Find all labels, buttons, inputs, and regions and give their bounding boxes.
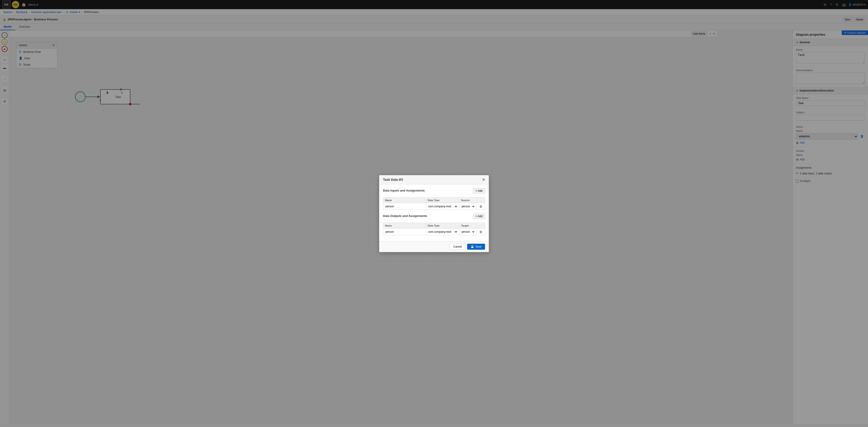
inputs-source-header: Source xyxy=(459,197,476,203)
modal-header: Task Data I/O ✕ xyxy=(379,175,489,184)
input-delete-button[interactable]: 🗑 xyxy=(479,205,483,208)
outputs-section-title: Data Outputs and Assignments xyxy=(383,214,427,218)
input-source-cell: person xyxy=(459,203,476,210)
input-datatype-select[interactable]: com.company.mod xyxy=(427,204,458,209)
output-datatype-cell: com.company.mod xyxy=(426,228,459,235)
modal-close-button[interactable]: ✕ xyxy=(482,178,485,182)
modal-footer: Cancel 💾 Save xyxy=(379,241,489,252)
modal-title: Task Data I/O xyxy=(383,178,403,181)
task-data-io-modal: Task Data I/O ✕ Data Inputs and Assignme… xyxy=(379,175,489,252)
inputs-section-title: Data Inputs and Assignments xyxy=(383,189,425,192)
input-delete-cell: 🗑 xyxy=(477,203,485,210)
cancel-button[interactable]: Cancel xyxy=(450,244,465,250)
outputs-actions-header xyxy=(477,223,485,228)
modal-overlay: Task Data I/O ✕ Data Inputs and Assignme… xyxy=(0,0,868,424)
output-delete-cell: 🗑 xyxy=(477,228,485,235)
output-target-cell: person xyxy=(459,228,476,235)
save-label: Save xyxy=(475,245,482,248)
add-output-button[interactable]: + Add xyxy=(473,214,485,219)
output-row-0: com.company.mod person 🗑 xyxy=(383,228,485,235)
outputs-datatype-header: Data Type xyxy=(426,223,459,228)
output-delete-button[interactable]: 🗑 xyxy=(479,230,483,234)
input-datatype-cell: com.company.mod xyxy=(426,203,459,210)
output-name-field[interactable] xyxy=(384,230,424,234)
outputs-section: Data Outputs and Assignments + Add Name … xyxy=(383,214,485,235)
save-icon: 💾 xyxy=(471,245,474,248)
outputs-table: Name Data Type Target xyxy=(383,223,485,235)
inputs-section: Data Inputs and Assignments + Add Name D… xyxy=(383,188,485,210)
output-name-cell xyxy=(383,228,426,235)
output-datatype-select[interactable]: com.company.mod xyxy=(427,230,458,234)
inputs-datatype-header: Data Type xyxy=(426,197,459,203)
inputs-actions-header xyxy=(477,197,485,203)
modal-save-button[interactable]: 💾 Save xyxy=(467,244,485,250)
outputs-name-header: Name xyxy=(383,223,426,228)
modal-body: Data Inputs and Assignments + Add Name D… xyxy=(379,184,489,241)
input-name-field[interactable] xyxy=(384,204,424,209)
input-row-0: com.company.mod person 🗑 xyxy=(383,203,485,210)
outputs-target-header: Target xyxy=(459,223,476,228)
input-name-cell xyxy=(383,203,426,210)
inputs-table: Name Data Type Source xyxy=(383,197,485,210)
output-target-select[interactable]: person xyxy=(461,230,475,234)
inputs-name-header: Name xyxy=(383,197,426,203)
add-input-button[interactable]: + Add xyxy=(473,188,485,193)
input-source-select[interactable]: person xyxy=(461,204,475,209)
